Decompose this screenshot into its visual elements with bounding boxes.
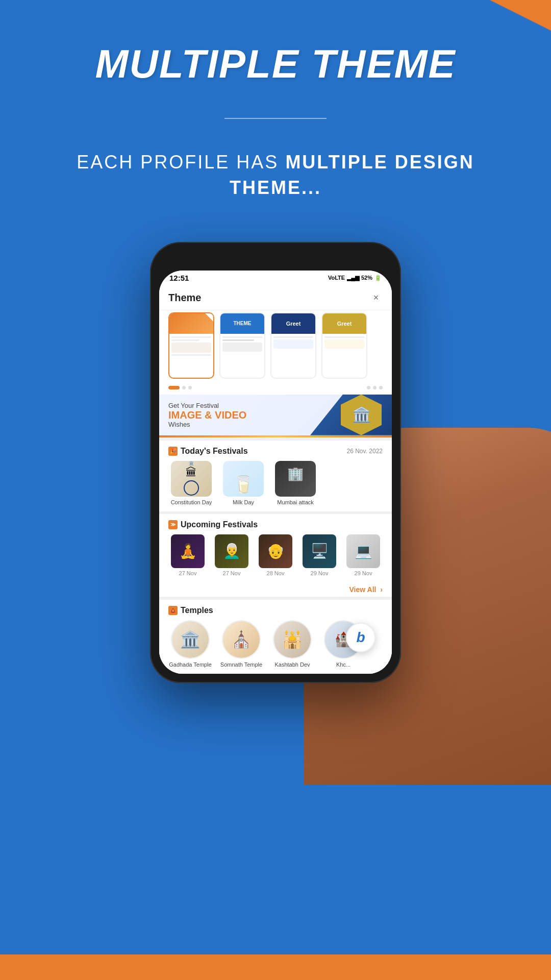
upcoming-item-5[interactable]: 💻 29 Nov bbox=[344, 534, 383, 576]
milk-img-bg: 🥛 bbox=[223, 461, 264, 497]
upcoming-date-2: 27 Nov bbox=[223, 570, 241, 576]
theme-thumbnails-row: THEME Greet bbox=[159, 310, 392, 386]
phone-screen: 12:51 VoLTE ▂▄▆ 52% 🔋 Theme bbox=[159, 271, 392, 674]
upcoming-date-5: 29 Nov bbox=[355, 570, 372, 576]
festival-icon: 🏛️ bbox=[341, 395, 382, 435]
close-button[interactable]: × bbox=[369, 291, 383, 305]
phone-mockup: 12:51 VoLTE ▂▄▆ 52% 🔋 Theme bbox=[150, 242, 401, 683]
festival-section-icon: 🎉 bbox=[168, 447, 178, 456]
upcoming-item-3[interactable]: 👴 28 Nov bbox=[256, 534, 295, 576]
todays-festivals-header: 🎉 Today's Festivals 26 Nov. 2022 bbox=[168, 447, 383, 456]
festivals-date: 26 Nov. 2022 bbox=[347, 448, 383, 455]
b-logo-text: b bbox=[356, 629, 365, 646]
constitution-img-bg: 🏛️ 🏛 bbox=[171, 461, 212, 497]
upcoming-festivals-label: Upcoming Festivals bbox=[181, 520, 258, 529]
festival-item-milk[interactable]: 🥛 Milk Day bbox=[220, 461, 266, 505]
battery-level: 52% bbox=[361, 275, 372, 281]
kashtabh-temple-label: Kashtabh Dev bbox=[274, 662, 310, 668]
mumbai-attack-label: Mumbai attack bbox=[277, 499, 314, 505]
theme-thumb-3[interactable]: Greet bbox=[270, 312, 316, 379]
theme-panel-title: Theme bbox=[168, 292, 201, 304]
upcoming-item-2[interactable]: 👨‍🦳 27 Nov bbox=[212, 534, 251, 576]
temples-section-icon: 🛕 bbox=[168, 606, 178, 615]
theme-thumb-2[interactable]: THEME bbox=[219, 312, 265, 379]
theme-header: Theme × bbox=[159, 284, 392, 310]
todays-festivals-title: 🎉 Today's Festivals bbox=[168, 447, 248, 456]
upcoming-img-4: 🖥️ bbox=[303, 534, 336, 568]
view-all-link[interactable]: View All bbox=[349, 585, 377, 594]
gadhada-temple-label: Gadhada Temple bbox=[169, 662, 212, 668]
temple-item-kashtabh[interactable]: 🕌 Kashtabh Dev bbox=[270, 620, 314, 668]
temple-item-khc-wrapper: 🏰 Khc... b bbox=[321, 620, 365, 668]
somnath-temple-image: ⛪ bbox=[222, 620, 261, 659]
subtitle: EACH PROFILE HAS MULTIPLE DESIGN THEME..… bbox=[0, 150, 551, 201]
temple-items-row: 🏛️ Gadhada Temple ⛪ bbox=[168, 620, 383, 668]
somnath-temple-label: Somnath Temple bbox=[220, 662, 262, 668]
festival-items-row: 🏛️ 🏛 Constitution Day bbox=[168, 461, 383, 505]
phone-notch bbox=[159, 251, 392, 271]
milk-day-image: 🥛 bbox=[223, 461, 264, 497]
signal-bars-icon: ▂▄▆ bbox=[347, 275, 359, 281]
festival-item-mumbai[interactable]: 🏢 Mumbai attack bbox=[272, 461, 318, 505]
constitution-day-image: 🏛️ 🏛 bbox=[171, 461, 212, 497]
dots-indicator bbox=[159, 386, 392, 395]
upcoming-item-1[interactable]: 🧘 27 Nov bbox=[168, 534, 207, 576]
khc-temple-label: Khc... bbox=[336, 662, 350, 668]
dot-active bbox=[168, 386, 180, 389]
constitution-day-label: Constitution Day bbox=[171, 499, 212, 505]
upcoming-img-1: 🧘 bbox=[171, 534, 205, 568]
dot-4 bbox=[373, 386, 377, 389]
gadhada-img-bg: 🏛️ bbox=[172, 621, 209, 658]
kashtabh-img-bg: 🕌 bbox=[274, 621, 311, 658]
upcoming-icon: ≫ bbox=[168, 520, 178, 529]
temples-title: 🛕 Temples bbox=[168, 606, 213, 615]
mumbai-attack-image: 🏢 bbox=[275, 461, 316, 497]
view-all-arrow-icon: › bbox=[380, 585, 383, 594]
festival-item-constitution[interactable]: 🏛️ 🏛 Constitution Day bbox=[168, 461, 214, 505]
festival-banner: Get Your Festival IMAGE & VIDEO Wishes 🏛… bbox=[159, 395, 392, 435]
temple-item-gadhada[interactable]: 🏛️ Gadhada Temple bbox=[168, 620, 212, 668]
upcoming-festivals-section: ≫ Upcoming Festivals 🧘 27 Nov bbox=[159, 514, 392, 582]
upcoming-festivals-header: ≫ Upcoming Festivals bbox=[168, 520, 383, 529]
theme-thumb-1[interactable] bbox=[168, 312, 214, 379]
upcoming-date-1: 27 Nov bbox=[179, 570, 197, 576]
temples-header: 🛕 Temples bbox=[168, 606, 383, 615]
dot-5 bbox=[379, 386, 383, 389]
upcoming-festivals-title: ≫ Upcoming Festivals bbox=[168, 520, 258, 529]
bottom-accent bbox=[0, 954, 551, 980]
notch-cutout bbox=[247, 251, 304, 265]
upcoming-date-4: 29 Nov bbox=[311, 570, 329, 576]
todays-festivals-section: 🎉 Today's Festivals 26 Nov. 2022 bbox=[159, 440, 392, 511]
milk-day-label: Milk Day bbox=[233, 499, 254, 505]
status-time: 12:51 bbox=[169, 274, 189, 282]
mumbai-img-bg: 🏢 bbox=[275, 461, 316, 497]
view-all-row: View All › bbox=[159, 582, 392, 597]
section-divider bbox=[224, 118, 327, 119]
subtitle-part1: EACH PROFILE HAS bbox=[77, 152, 285, 173]
temples-label: Temples bbox=[181, 606, 213, 615]
dot-1 bbox=[182, 386, 186, 389]
dot-3 bbox=[367, 386, 370, 389]
phone-outer-frame: 12:51 VoLTE ▂▄▆ 52% 🔋 Theme bbox=[150, 242, 401, 683]
kashtabh-temple-image: 🕌 bbox=[273, 620, 312, 659]
status-icons: VoLTE ▂▄▆ 52% 🔋 bbox=[328, 275, 382, 281]
signal-icon: VoLTE bbox=[328, 275, 345, 281]
upcoming-img-2: 👨‍🦳 bbox=[215, 534, 248, 568]
status-bar: 12:51 VoLTE ▂▄▆ 52% 🔋 bbox=[159, 271, 392, 284]
temples-section: 🛕 Temples 🏛️ bbox=[159, 600, 392, 674]
gadhada-temple-image: 🏛️ bbox=[171, 620, 210, 659]
dot-2 bbox=[188, 386, 192, 389]
upcoming-img-5: 💻 bbox=[346, 534, 380, 568]
app-content: Theme × bbox=[159, 284, 392, 674]
somnath-img-bg: ⛪ bbox=[223, 621, 260, 658]
temple-item-somnath[interactable]: ⛪ Somnath Temple bbox=[219, 620, 263, 668]
theme-thumb-4[interactable]: Greet bbox=[321, 312, 367, 379]
main-title: MULTIPLE THEME bbox=[95, 41, 456, 87]
phone-container: 12:51 VoLTE ▂▄▆ 52% 🔋 Theme bbox=[150, 242, 401, 683]
upcoming-img-3: 👴 bbox=[259, 534, 292, 568]
upcoming-items-row: 🧘 27 Nov 👨‍🦳 27 Nov bbox=[168, 534, 383, 576]
upcoming-item-4[interactable]: 🖥️ 29 Nov bbox=[300, 534, 339, 576]
b-logo-button[interactable]: b bbox=[346, 623, 375, 652]
hex-icon: 🏛️ bbox=[341, 395, 382, 435]
upcoming-date-3: 28 Nov bbox=[267, 570, 285, 576]
